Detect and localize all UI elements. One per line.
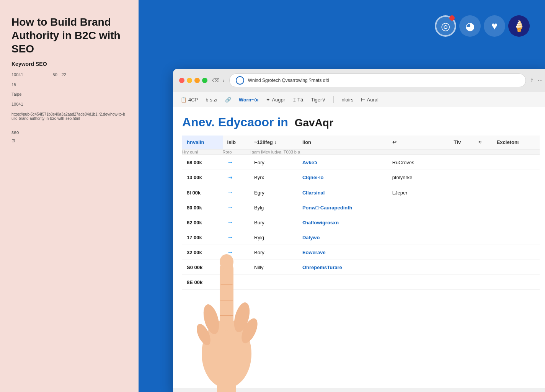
cell-empty: [435, 200, 449, 215]
meta-info-line1: 10041 50 22: [11, 72, 127, 78]
cell-extra2: [474, 245, 492, 260]
cell-empty: [435, 170, 449, 185]
subheader-0: Hry ounΙ: [182, 149, 223, 155]
content-title-part2: GavAqr: [295, 117, 333, 129]
browser-circle-icon: [236, 76, 244, 85]
top-decoration: ◎ ◕ ♥ 🍦: [435, 15, 530, 37]
cell-col2: €halfowigrosxn: [298, 215, 388, 230]
cell-col3: [388, 275, 435, 290]
cell-arrow: →: [223, 245, 250, 260]
col-header-4: ↩: [388, 136, 435, 149]
cell-col1: Eory: [250, 155, 298, 170]
cell-extra1: [449, 275, 474, 290]
address-bar-text: Wnind Sgrotech Qvsarrowing ?rnats αitl: [248, 78, 519, 83]
cell-extra1: [449, 230, 474, 245]
toolbar-icon-2: 🔗: [225, 97, 231, 103]
toolbar-sep: [333, 96, 334, 103]
browser-actions: ⤴ ⋯: [530, 78, 543, 83]
toolbar-item-5[interactable]: ⌶ Tā: [293, 97, 303, 103]
toolbar-item-3[interactable]: Worn~ύι: [239, 97, 259, 103]
forward-icon[interactable]: ›: [223, 77, 225, 83]
table-header-row: hnvalin lslb ~12lifeg ↓ lion ↩ Tlv ≈ Exc…: [182, 136, 540, 149]
cell-col3: [388, 200, 435, 215]
table-row: 13 00k ⇢ Byrx Clqneι-lo ptolynrke: [182, 170, 540, 185]
cell-extra1: [449, 215, 474, 230]
cell-extra1: [449, 155, 474, 170]
share-icon[interactable]: ⤴: [530, 78, 533, 83]
nav-buttons: ⌫ ›: [212, 77, 225, 83]
toolbar-item-0[interactable]: 📋 4CP: [181, 97, 198, 103]
cell-col3: LJeper: [388, 185, 435, 200]
toolbar-item-8[interactable]: ⊢ Aural: [361, 97, 378, 103]
cell-col1: [250, 275, 298, 290]
col-header-0: hnvalin: [182, 136, 223, 149]
meta-info-line2: 15: [11, 82, 127, 88]
browser-toolbar: 📋 4CP b s zι 🔗 Worn~ύι ✦ Augpr ⌶ Tā Tige…: [173, 92, 545, 107]
cell-num: 13 00k: [182, 170, 223, 185]
cell-col1: Nilly: [250, 260, 298, 275]
cell-extra3: [492, 275, 540, 290]
cell-extra3: [492, 260, 540, 275]
cell-col2: [298, 275, 388, 290]
toolbar-icon-4: ✦: [266, 97, 270, 103]
toolbar-item-6[interactable]: Tiger∨: [311, 97, 326, 103]
traffic-lights: [179, 78, 207, 83]
cell-extra2: [474, 260, 492, 275]
deco-icon-2: ◕: [459, 15, 481, 37]
table-row: 8l 00k → Egry Cllarsinal LJeper: [182, 185, 540, 200]
tag-label: seo: [11, 130, 127, 135]
cell-extra3: [492, 155, 540, 170]
cell-col1: Bylg: [250, 200, 298, 215]
cell-arrow: →: [223, 185, 250, 200]
cell-arrow: →: [223, 230, 250, 245]
cell-col1: Bury: [250, 215, 298, 230]
back-icon[interactable]: ⌫: [212, 77, 220, 83]
cell-extra3: [492, 185, 540, 200]
cell-empty: [435, 215, 449, 230]
cell-extra3: [492, 215, 540, 230]
cell-col1: Byrx: [250, 170, 298, 185]
cell-extra2: [474, 230, 492, 245]
cell-extra2: [474, 185, 492, 200]
toolbar-item-7[interactable]: nloirs: [341, 97, 353, 103]
toolbar-label-6: Tiger∨: [311, 97, 326, 103]
keyword-seo-label: Keyword SEO: [11, 61, 127, 67]
cell-extra1: [449, 170, 474, 185]
cell-extra1: [449, 245, 474, 260]
address-bar[interactable]: Wnind Sgrotech Qvsarrowing ?rnats αitl: [229, 74, 526, 87]
tl-green[interactable]: [202, 78, 207, 83]
toolbar-label-0: 4CP: [188, 97, 198, 103]
browser-window: ⌫ › Wnind Sgrotech Qvsarrowing ?rnats αi…: [173, 69, 545, 392]
cell-extra2: [474, 170, 492, 185]
col-header-7: ≈: [474, 136, 492, 149]
cell-empty: [435, 275, 449, 290]
toolbar-icon-8: ⊢: [361, 97, 365, 103]
toolbar-icon-5: ⌶: [293, 97, 296, 103]
col-header-8: Excietonι: [492, 136, 540, 149]
toolbar-item-1[interactable]: b s zι: [206, 97, 217, 103]
cell-col1: Rylg: [250, 230, 298, 245]
more-icon[interactable]: ⋯: [538, 78, 543, 83]
tl-orange[interactable]: [194, 78, 200, 83]
cell-extra3: [492, 200, 540, 215]
content-title-part1: Anev. Edycaoor in: [182, 115, 288, 129]
tl-red[interactable]: [179, 78, 184, 83]
cell-col3: ptolynrke: [388, 170, 435, 185]
cell-empty: [435, 245, 449, 260]
col-header-6: Tlv: [449, 136, 474, 149]
tl-yellow[interactable]: [187, 78, 192, 83]
cell-empty: [435, 185, 449, 200]
cell-col2: Cllarsinal: [298, 185, 388, 200]
toolbar-label-3: Worn~ύι: [239, 97, 259, 103]
table-row: 32 00k → Bory Eowerave: [182, 245, 540, 260]
cell-arrow: →: [223, 215, 250, 230]
toolbar-item-4[interactable]: ✦ Augpr: [266, 97, 285, 103]
cell-arrow: →: [223, 155, 250, 170]
content-title: Anev. Edycaoor in GavAqr: [182, 115, 540, 129]
cell-num: 8l 00k: [182, 185, 223, 200]
deco-icon-3: ♥: [484, 15, 505, 37]
toolbar-item-2[interactable]: 🔗: [225, 97, 231, 103]
toolbar-label-1: b s zι: [206, 97, 217, 103]
table-row: 17 00k → Rylg Dalywo: [182, 230, 540, 245]
cell-extra3: [492, 245, 540, 260]
